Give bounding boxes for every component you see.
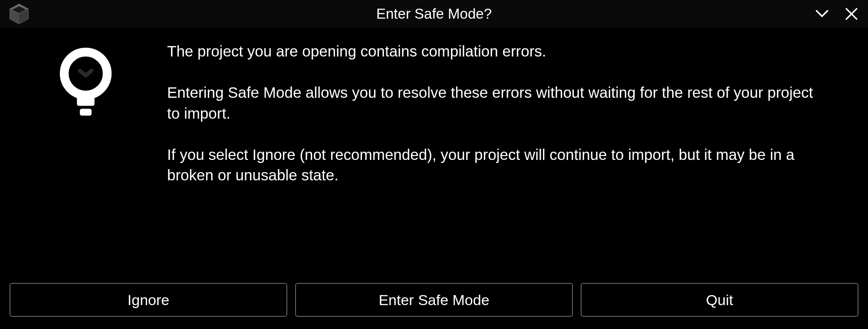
dialog-paragraph-3: If you select Ignore (not recommended), … xyxy=(167,144,825,186)
dialog-title: Enter Safe Mode? xyxy=(376,6,492,22)
ignore-button-label: Ignore xyxy=(128,292,169,309)
svg-rect-9 xyxy=(80,109,92,116)
dialog-text: The project you are opening contains com… xyxy=(167,41,842,266)
quit-button-label: Quit xyxy=(706,292,733,309)
minimize-button[interactable] xyxy=(813,5,831,23)
enter-safe-mode-button-label: Enter Safe Mode xyxy=(378,292,489,309)
svg-rect-8 xyxy=(77,96,95,106)
dialog-paragraph-2: Entering Safe Mode allows you to resolve… xyxy=(167,82,825,123)
window-controls xyxy=(813,5,860,23)
ignore-button[interactable]: Ignore xyxy=(10,283,287,317)
dialog-paragraph-1: The project you are opening contains com… xyxy=(167,41,825,61)
quit-button[interactable]: Quit xyxy=(581,283,858,317)
unity-app-icon xyxy=(8,3,30,25)
close-button[interactable] xyxy=(843,5,860,23)
dialog-button-row: Ignore Enter Safe Mode Quit xyxy=(0,275,868,329)
titlebar: Enter Safe Mode? xyxy=(0,0,868,28)
lightbulb-icon xyxy=(56,45,115,125)
enter-safe-mode-button[interactable]: Enter Safe Mode xyxy=(295,283,573,317)
dialog-content: The project you are opening contains com… xyxy=(0,28,868,275)
dialog-icon-column xyxy=(56,41,115,266)
